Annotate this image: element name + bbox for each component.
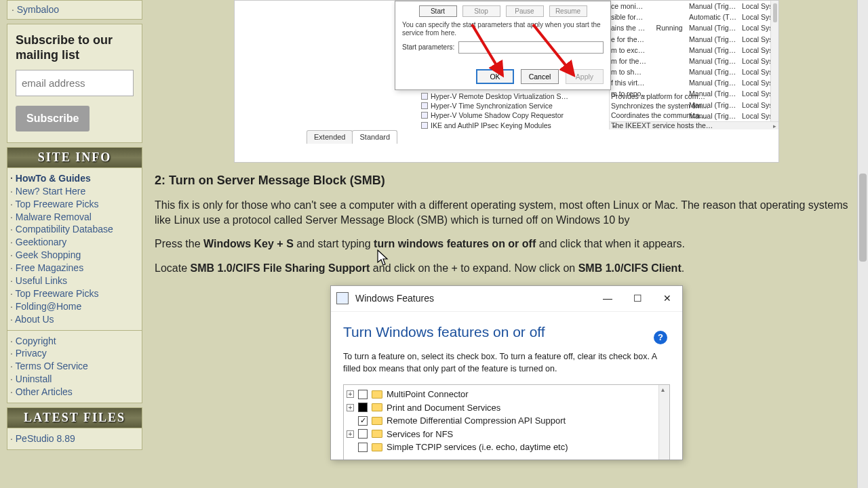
sidebar-link[interactable]: Compatibility Database (16, 224, 113, 235)
feature-item[interactable]: +Print and Document Services (345, 401, 668, 415)
sidebar-item: · Terms Of Service (10, 360, 139, 373)
sidebar-item: · Free Magazines (10, 262, 139, 274)
sidebar-item: · New? Start Here (10, 185, 139, 198)
feature-label: Remote Differential Compression API Supp… (387, 415, 566, 427)
siteinfo-list: · HowTo & Guides· New? Start Here· Top F… (7, 168, 142, 330)
folder-icon (372, 443, 382, 451)
gear-icon (421, 93, 428, 100)
latest-files-box: LATEST FILES · PeStudio 8.89 (7, 407, 142, 450)
checkbox[interactable] (358, 403, 368, 412)
service-row[interactable]: sible for…Automatic (T…Local Syst… (610, 12, 778, 22)
sidebar-item: · Privacy (10, 347, 139, 360)
subscribe-button[interactable]: Subscribe (16, 106, 90, 131)
siteinfo-box: SITE INFO · HowTo & Guides· New? Start H… (7, 147, 142, 403)
feature-label: Simple TCPIP services (i.e. echo, daytim… (387, 441, 568, 453)
apply-button[interactable]: Apply (566, 69, 604, 84)
pause-button[interactable]: Pause (506, 5, 544, 17)
feature-item[interactable]: Remote Differential Compression API Supp… (345, 414, 668, 428)
sidebar-link[interactable]: Copyright (16, 336, 56, 346)
page-scrollbar[interactable] (857, 0, 868, 488)
sidebar-link[interactable]: New? Start Here (16, 186, 85, 197)
folder-icon (372, 390, 382, 399)
expand-icon[interactable]: + (347, 404, 354, 411)
service-row[interactable]: f this virt…Manual (Trig…Local Syst… (610, 77, 778, 88)
subscribe-heading: Subscribe to our mailing list (16, 33, 134, 63)
checkbox[interactable] (358, 429, 368, 439)
sidebar-link[interactable]: Other Articles (16, 386, 73, 397)
sidebar-link[interactable]: Malware Removal (16, 211, 92, 222)
section-2-p1: This fix is only for those who can't see… (155, 198, 859, 227)
latest-files-list: · PeStudio 8.89 (7, 428, 142, 449)
expand-icon[interactable]: + (347, 430, 354, 438)
sidebar-link[interactable]: Uninstall (16, 373, 52, 384)
scrollbar-thumb[interactable] (859, 174, 867, 262)
sidebar-link[interactable]: Useful Links (16, 275, 67, 286)
tab-extended[interactable]: Extended (307, 130, 353, 144)
sidebar-item: · Malware Removal (10, 211, 139, 224)
service-item[interactable]: Hyper-V Volume Shadow Copy Requestor (421, 110, 610, 120)
sidebar-link[interactable]: Top Freeware Picks (16, 199, 99, 209)
folder-icon (372, 417, 382, 425)
service-properties-dialog: Start Stop Pause Resume You can specify … (395, 1, 611, 90)
checkbox[interactable] (358, 443, 368, 452)
service-row[interactable]: m for the…Manual (Trig…Local Syst… (610, 56, 778, 66)
maximize-button[interactable]: ☐ (628, 292, 647, 305)
window-title: Windows Features (355, 292, 598, 305)
close-button[interactable]: ✕ (658, 292, 677, 305)
service-item[interactable]: Hyper-V Remote Desktop Virtualization S… (421, 92, 610, 101)
service-item-desc: The IKEEXT service hosts the… (611, 121, 706, 130)
sidebar-link[interactable]: Geektionary (16, 237, 66, 247)
sidebar-link[interactable]: HowTo & Guides (16, 173, 91, 184)
service-row[interactable]: ains the …RunningManual (Trig…Local Syst… (610, 22, 778, 33)
checkbox[interactable] (358, 416, 368, 426)
service-item-desc: Synchronizes the system tim… (611, 101, 706, 110)
feature-item[interactable]: Simple TCPIP services (i.e. echo, daytim… (345, 441, 668, 454)
sidebar-link[interactable]: Geek Shopping (16, 249, 81, 260)
section-2-p2: Press the Windows Key + S and start typi… (155, 237, 859, 251)
sidebar-item: · Geektionary (10, 236, 139, 249)
service-item[interactable]: Hyper-V Time Synchronization Service (421, 101, 610, 110)
folder-icon (372, 430, 382, 438)
feature-label: MultiPoint Connector (387, 388, 469, 401)
tab-standard[interactable]: Standard (352, 130, 397, 144)
feature-item[interactable]: +Services for NFS (345, 428, 668, 441)
section-2-p3: Locate SMB 1.0/CIFS File Sharing Support… (155, 261, 859, 276)
sidebar-link[interactable]: PeStudio 8.89 (16, 433, 75, 444)
feature-label: Services for NFS (387, 428, 453, 441)
features-scrollbar[interactable] (658, 385, 669, 460)
cancel-button[interactable]: Cancel (521, 69, 559, 84)
service-row[interactable]: m to exc…Manual (Trig…Local Syst… (610, 45, 778, 56)
sidebar-top-links: · Symbaloo (7, 0, 142, 20)
service-row[interactable]: m to sh…Manual (Trig…Local Syst… (610, 66, 778, 77)
sidebar-link[interactable]: Privacy (16, 348, 47, 359)
email-field[interactable] (16, 70, 134, 96)
sidebar-link[interactable]: Folding@Home (16, 301, 81, 312)
siteinfo-header: SITE INFO (7, 148, 142, 168)
subscribe-box: Subscribe to our mailing list Subscribe (7, 24, 142, 143)
link-symbaloo[interactable]: Symbaloo (17, 4, 59, 15)
sidebar-link[interactable]: Free Magazines (16, 262, 83, 273)
gear-icon (421, 102, 428, 109)
services-screenshot: ce moni…Manual (Trig…Local Syst…sible fo… (234, 0, 779, 163)
features-titlebar: Windows Features — ☐ ✕ (331, 286, 682, 312)
windows-features-screenshot: Windows Features — ☐ ✕ Turn Windows feat… (330, 285, 683, 460)
checkbox[interactable] (358, 390, 368, 399)
minimize-button[interactable]: — (598, 292, 617, 305)
start-button[interactable]: Start (419, 5, 457, 17)
expand-icon[interactable]: + (347, 390, 354, 398)
help-icon[interactable]: ? (654, 331, 667, 344)
resume-button[interactable]: Resume (549, 5, 587, 17)
service-row[interactable]: ce moni…Manual (Trig…Local Syst… (610, 1, 778, 12)
sidebar-link[interactable]: Terms Of Service (16, 361, 88, 371)
start-params-input[interactable] (458, 41, 604, 54)
folder-icon (372, 403, 382, 411)
sidebar-link[interactable]: About Us (15, 314, 54, 325)
service-item[interactable]: IKE and AuthIP IPsec Keying Modules (421, 121, 610, 130)
feature-item[interactable]: +MultiPoint Connector (345, 388, 668, 401)
ok-button[interactable]: OK (476, 69, 514, 84)
stop-button[interactable]: Stop (462, 5, 500, 17)
services-tabs: ExtendedStandard (307, 130, 397, 144)
sidebar-link[interactable]: Top Freeware Picks (16, 288, 99, 299)
services-vscroll[interactable] (770, 1, 778, 129)
service-row[interactable]: e for the…Manual (Trig…Local Syst… (610, 34, 778, 45)
